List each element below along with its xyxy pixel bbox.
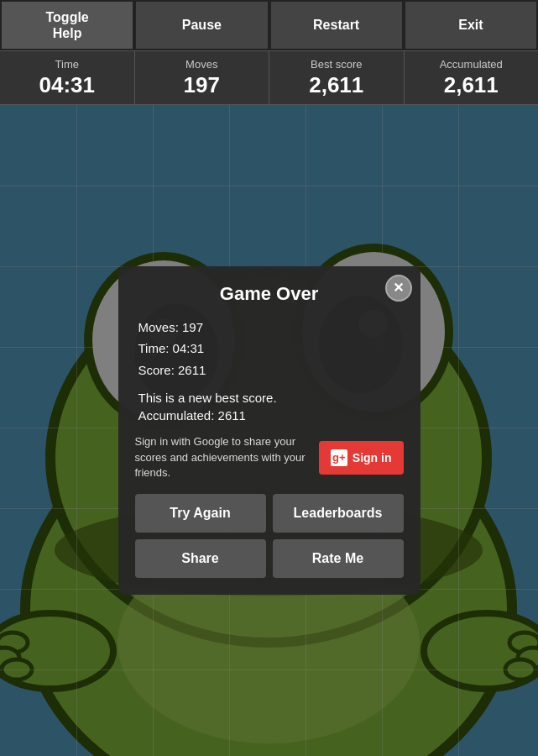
score-line: Score: 2611 [138, 360, 404, 381]
rate-me-button[interactable]: Rate Me [273, 539, 404, 578]
dialog-stats: Moves: 197 Time: 04:31 Score: 2611 [135, 317, 404, 381]
game-over-dialog: Game Over ✕ Moves: 197 Time: 04:31 Score… [118, 266, 420, 595]
toolbar: Toggle Help Pause Restart Exit [0, 0, 538, 50]
stats-bar: Time 04:31 Moves 197 Best score 2,611 Ac… [0, 50, 538, 105]
time-stat: Time 04:31 [0, 51, 135, 104]
accumulated-stat: Accumulated 2,611 [405, 51, 539, 104]
close-button[interactable]: ✕ [385, 275, 412, 302]
moves-stat: Moves 197 [135, 51, 270, 104]
signin-text: Sign in with Google to share your scores… [135, 434, 309, 480]
best-score-label: Best score [311, 58, 362, 71]
google-signin-button[interactable]: g+ Sign in [319, 441, 404, 475]
best-score-stat: Best score 2,611 [269, 51, 405, 104]
best-score-message: This is a new best score. [135, 391, 404, 405]
restart-button[interactable]: Restart [269, 0, 404, 50]
moves-line: Moves: 197 [138, 317, 404, 339]
accumulated-line: Accumulated: 2611 [135, 408, 404, 423]
moves-label: Moves [185, 58, 217, 71]
game-area: Game Over ✕ Moves: 197 Time: 04:31 Score… [0, 105, 538, 756]
google-icon: g+ [331, 449, 347, 466]
exit-button[interactable]: Exit [404, 0, 538, 50]
modal-overlay: Game Over ✕ Moves: 197 Time: 04:31 Score… [0, 105, 538, 756]
try-again-button[interactable]: Try Again [135, 494, 266, 533]
best-score-value: 2,611 [309, 72, 363, 98]
moves-value: 197 [184, 72, 220, 98]
pause-button[interactable]: Pause [134, 0, 269, 50]
dialog-title: Game Over [135, 283, 404, 305]
share-button[interactable]: Share [135, 539, 266, 578]
leaderboards-button[interactable]: Leaderboards [273, 494, 404, 533]
action-buttons: Try Again Leaderboards Share Rate Me [135, 494, 404, 578]
signin-section: Sign in with Google to share your scores… [135, 434, 404, 480]
toggle-help-button[interactable]: Toggle Help [0, 0, 134, 50]
signin-btn-label: Sign in [353, 451, 392, 465]
time-line: Time: 04:31 [138, 338, 404, 360]
time-value: 04:31 [39, 72, 96, 98]
accumulated-label: Accumulated [440, 58, 503, 71]
accumulated-value: 2,611 [444, 72, 499, 98]
time-label: Time [55, 58, 79, 71]
